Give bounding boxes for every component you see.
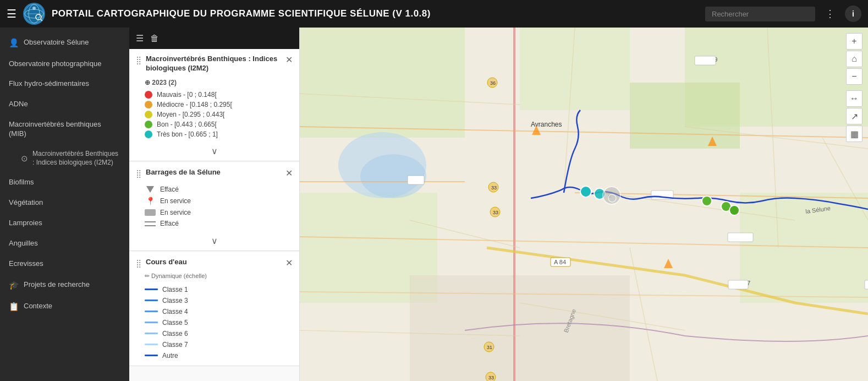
svg-rect-9 — [520, 28, 630, 110]
drag-handle-i2m2[interactable]: ⣿ — [136, 56, 141, 64]
svg-text:33: 33 — [493, 210, 498, 215]
cours-line-0 — [145, 289, 158, 290]
header: ☰ PORTAIL CARTOGRAPHIQUE DU PROGRAMME SC… — [0, 0, 868, 28]
zoom-out-button[interactable]: − — [846, 68, 862, 85]
home-button[interactable]: ⌂ — [846, 51, 862, 67]
close-cours[interactable]: ✕ — [285, 258, 293, 268]
cours-item-1: Classe 3 — [145, 295, 290, 306]
legend-i2m2: Mauvais - [0 ; 0.148[Médiocre - [0.148 ;… — [129, 88, 299, 144]
map-controls: + ⌂ − ↔ ↗ ▦ — [846, 33, 862, 142]
dash-icon — [145, 220, 156, 227]
legend-label-4: Très bon - [0.665 ; 1] — [157, 130, 218, 138]
sidebar-item-lamproies[interactable]: Lamproies — [0, 213, 129, 233]
svg-rect-43 — [695, 56, 716, 65]
layer-title-i2m2: Macroinvertébrés Benthiques : Indices bi… — [146, 55, 281, 73]
sidebar-item-macroinvertebres[interactable]: Macroinvertébrés benthiques (MIB) — [0, 115, 129, 144]
svg-point-58 — [608, 194, 616, 202]
close-i2m2[interactable]: ✕ — [285, 55, 293, 65]
sidebar-label-ecrevisses: Ecrevisses — [9, 259, 43, 269]
legend-year-i2m2: ⊕ 2023 (2) — [129, 77, 299, 88]
sidebar-item-contexte[interactable]: 📋Contexte — [0, 296, 129, 318]
cours-label-4: Classe 6 — [162, 330, 188, 338]
sidebar-item-macroinvertebres-i2m2[interactable]: ⊙Macroinvertébrés Benthiques : Indices b… — [0, 144, 129, 172]
cours-item-0: Classe 1 — [145, 284, 290, 295]
pan-left-button[interactable]: ↔ — [846, 90, 862, 107]
sidebar-icon-macroinvertebres-i2m2: ⊙ — [21, 153, 28, 164]
legend-dot-1 — [145, 101, 152, 108]
legend-item-i2m2-1: Médiocre - [0.148 ; 0.295[ — [145, 100, 290, 110]
legend-label-1: Médiocre - [0.148 ; 0.295[ — [157, 101, 232, 108]
svg-line-6 — [41, 19, 42, 21]
barrage-item-3: En service — [145, 207, 290, 218]
sidebar-item-biofilms[interactable]: Biofilms — [0, 172, 129, 193]
svg-text:33: 33 — [491, 185, 497, 190]
sidebar-item-flux-hydro[interactable]: Flux hydro-sédimentaires — [0, 74, 129, 94]
sidebar-label-macroinvertebres-i2m2: Macroinvertébrés Benthiques : Indices bi… — [32, 150, 120, 167]
legend-label-0: Mauvais - [0 ; 0.148[ — [157, 91, 217, 99]
legend-label-3: Bon - [0.443 ; 0.665[ — [157, 121, 217, 128]
triangle-icon — [146, 186, 154, 193]
close-barrages[interactable]: ✕ — [285, 168, 293, 178]
expand-i2m2[interactable]: ∨ — [129, 144, 299, 161]
cours-item-5: Classe 7 — [145, 339, 290, 350]
zoom-in-button[interactable]: + — [846, 33, 862, 50]
sidebar-item-projets-recherche[interactable]: 🎓Projets de recherche — [0, 274, 129, 296]
drag-handle-cours[interactable]: ⣿ — [136, 259, 141, 268]
sidebar-icon-projets-recherche: 🎓 — [9, 280, 19, 291]
svg-point-3 — [32, 7, 36, 10]
layer-title-cours: Cours d'eau — [146, 258, 281, 267]
layer-toolbar: ☰ 🗑 — [129, 28, 299, 49]
layer-section-cours-eau: ⣿ Cours d'eau ✕ ✏ Dynamique (échelle) Cl… — [129, 252, 299, 366]
list-icon[interactable]: ☰ — [136, 33, 144, 43]
layer-section-barrages: ⣿ Barrages de la Sélune ✕ Effacé 📍 En se… — [129, 162, 299, 251]
cours-item-3: Classe 5 — [145, 317, 290, 328]
svg-rect-45 — [728, 233, 753, 242]
cours-label-3: Classe 5 — [162, 319, 188, 326]
cours-sub-label: ✏ Dynamique (échelle) — [129, 271, 299, 282]
drag-handle-barrages[interactable]: ⣿ — [136, 169, 141, 178]
legend-barrages: Effacé 📍 En service En service Effacé — [129, 182, 299, 233]
sidebar-item-observatoire-selune[interactable]: 👤Observatoire Sélune — [0, 32, 129, 54]
layer-title-barrages: Barrages de la Sélune — [146, 168, 281, 177]
sidebar-item-observatoire-photographique[interactable]: Observatoire photographique — [0, 54, 129, 74]
sidebar-item-vegetation[interactable]: Végétation — [0, 193, 129, 213]
legend-item-i2m2-2: Moyen - [0.295 ; 0.443[ — [145, 110, 290, 119]
svg-text:A 84: A 84 — [554, 259, 566, 265]
legend-item-i2m2-3: Bon - [0.443 ; 0.665[ — [145, 119, 290, 129]
expand-barrages[interactable]: ∨ — [129, 233, 299, 251]
delete-icon[interactable]: 🗑 — [150, 34, 159, 43]
barrage-item-2: 📍 En service — [145, 195, 290, 207]
svg-rect-8 — [300, 28, 465, 138]
search-input[interactable] — [705, 7, 815, 21]
sidebar-item-ecrevisses[interactable]: Ecrevisses — [0, 254, 129, 274]
sidebar-label-flux-hydro: Flux hydro-sédimentaires — [9, 79, 89, 89]
svg-text:33: 33 — [488, 375, 494, 380]
svg-rect-46 — [728, 280, 748, 289]
menu-dots-icon[interactable]: ⋮ — [822, 8, 838, 20]
menu-icon[interactable]: ☰ — [7, 7, 17, 20]
barrage-label-3: En service — [160, 209, 191, 216]
cours-item-6: Autre — [145, 350, 290, 361]
sidebar-item-adne[interactable]: ADNe — [0, 94, 129, 115]
sidebar-item-anguilles[interactable]: Anguilles — [0, 233, 129, 254]
legend-item-i2m2-0: Mauvais - [0 ; 0.148[ — [145, 90, 290, 100]
logo — [23, 3, 45, 25]
pin-icon: 📍 — [145, 197, 156, 205]
barrage-label-2: En service — [160, 197, 191, 205]
sidebar-label-adne: ADNe — [9, 100, 28, 109]
sidebar-label-contexte: Contexte — [24, 302, 52, 311]
sidebar-label-observatoire-selune: Observatoire Sélune — [24, 38, 89, 47]
svg-point-57 — [729, 205, 739, 215]
page-title: PORTAIL CARTOGRAPHIQUE DU PROGRAMME SCIE… — [52, 8, 699, 19]
screenshot-button[interactable]: ▦ — [846, 126, 862, 142]
map-area[interactable]: D 999 D 43 D 976 D 977E D 977 D 976 A 84… — [300, 28, 868, 381]
sidebar-label-biofilms: Biofilms — [9, 178, 34, 187]
cours-label-2: Classe 4 — [162, 308, 188, 315]
info-button[interactable]: i — [845, 6, 861, 22]
sidebar-label-projets-recherche: Projets de recherche — [24, 280, 90, 290]
cours-label-6: Autre — [162, 352, 178, 360]
cours-line-2 — [145, 311, 158, 312]
legend-item-i2m2-4: Très bon - [0.665 ; 1] — [145, 129, 290, 139]
cours-line-1 — [145, 300, 158, 301]
share-button[interactable]: ↗ — [846, 108, 862, 124]
